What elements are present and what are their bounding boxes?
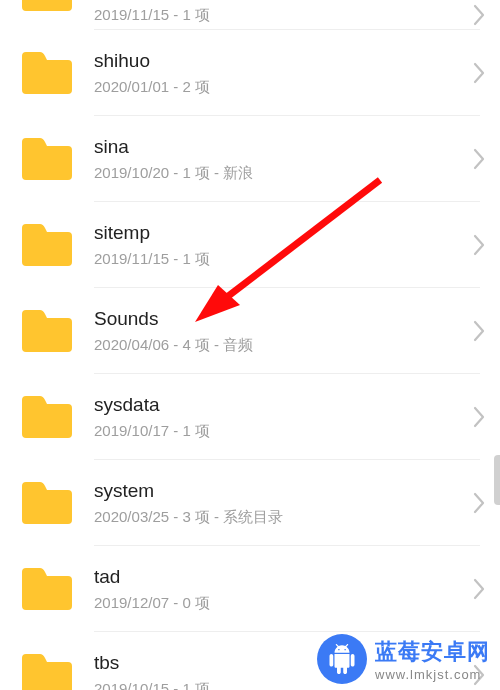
list-item-sounds[interactable]: Sounds 2020/04/06 - 4 项 - 音频 bbox=[0, 288, 500, 374]
chevron-right-icon bbox=[472, 234, 486, 256]
list-item-meta: 2020/04/06 - 4 项 - 音频 bbox=[94, 335, 460, 355]
chevron-right-icon bbox=[472, 4, 486, 26]
list-item[interactable]: 2019/11/15 - 1 项 bbox=[0, 0, 500, 30]
list-item-text: sina 2019/10/20 - 1 项 - 新浪 bbox=[94, 135, 500, 183]
chevron-right-icon bbox=[472, 148, 486, 170]
folder-icon bbox=[20, 394, 74, 440]
list-item-text: system 2020/03/25 - 3 项 - 系统目录 bbox=[94, 479, 500, 527]
list-item-text: sysdata 2019/10/17 - 1 项 bbox=[94, 393, 500, 441]
watermark-name: 蓝莓安卓网 bbox=[375, 637, 490, 667]
chevron-right-icon bbox=[472, 62, 486, 84]
list-item-meta: 2019/11/15 - 1 项 bbox=[94, 5, 460, 25]
folder-icon bbox=[20, 308, 74, 354]
folder-icon bbox=[20, 480, 74, 526]
list-item-name: sina bbox=[94, 135, 460, 159]
list-item-name: system bbox=[94, 479, 460, 503]
watermark: 蓝莓安卓网 www.lmkjst.com bbox=[317, 634, 490, 684]
list-item-meta: 2019/12/07 - 0 项 bbox=[94, 593, 460, 613]
list-item-meta: 2019/10/20 - 1 项 - 新浪 bbox=[94, 163, 460, 183]
list-item[interactable]: system 2020/03/25 - 3 项 - 系统目录 bbox=[0, 460, 500, 546]
list-item-meta: 2019/11/15 - 1 项 bbox=[94, 249, 460, 269]
folder-icon bbox=[20, 652, 74, 690]
watermark-url: www.lmkjst.com bbox=[375, 667, 490, 682]
folder-icon bbox=[20, 222, 74, 268]
list-item-text: shihuo 2020/01/01 - 2 项 bbox=[94, 49, 500, 97]
list-item[interactable]: sysdata 2019/10/17 - 1 项 bbox=[0, 374, 500, 460]
list-item-meta: 2019/10/17 - 1 项 bbox=[94, 421, 460, 441]
chevron-right-icon bbox=[472, 492, 486, 514]
list-item-name: sitemp bbox=[94, 221, 460, 245]
list-item-meta: 2020/01/01 - 2 项 bbox=[94, 77, 460, 97]
list-item[interactable]: sina 2019/10/20 - 1 项 - 新浪 bbox=[0, 116, 500, 202]
folder-icon bbox=[20, 50, 74, 96]
watermark-text: 蓝莓安卓网 www.lmkjst.com bbox=[375, 637, 490, 682]
chevron-right-icon bbox=[472, 320, 486, 342]
list-item-name: sysdata bbox=[94, 393, 460, 417]
list-item-text: sitemp 2019/11/15 - 1 项 bbox=[94, 221, 500, 269]
list-item-meta: 2020/03/25 - 3 项 - 系统目录 bbox=[94, 507, 460, 527]
folder-icon bbox=[20, 566, 74, 612]
list-item-name: tad bbox=[94, 565, 460, 589]
folder-list: 2019/11/15 - 1 项 shihuo 2020/01/01 - 2 项… bbox=[0, 0, 500, 690]
list-item[interactable]: sitemp 2019/11/15 - 1 项 bbox=[0, 202, 500, 288]
chevron-right-icon bbox=[472, 578, 486, 600]
list-item-text: Sounds 2020/04/06 - 4 项 - 音频 bbox=[94, 307, 500, 355]
list-item-name: shihuo bbox=[94, 49, 460, 73]
scrollbar-thumb[interactable] bbox=[494, 455, 500, 505]
list-item[interactable]: tad 2019/12/07 - 0 项 bbox=[0, 546, 500, 632]
android-icon bbox=[317, 634, 367, 684]
folder-icon bbox=[20, 0, 74, 13]
list-item-text: tad 2019/12/07 - 0 项 bbox=[94, 565, 500, 613]
folder-icon bbox=[20, 136, 74, 182]
chevron-right-icon bbox=[472, 406, 486, 428]
list-item-text: 2019/11/15 - 1 项 bbox=[94, 5, 500, 25]
list-item-name: Sounds bbox=[94, 307, 460, 331]
list-item[interactable]: shihuo 2020/01/01 - 2 项 bbox=[0, 30, 500, 116]
